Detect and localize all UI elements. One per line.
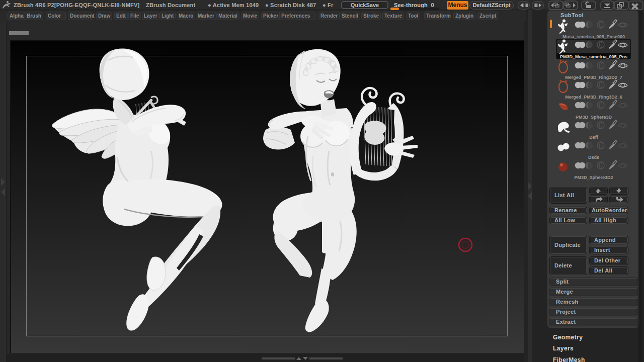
- svg-text:Musa_simetria_005_Pose000: Musa_simetria_005_Pose000: [562, 34, 625, 39]
- svg-text:Dsds: Dsds: [588, 155, 599, 160]
- svg-text:Merged_PM3D_Ring3D2_6: Merged_PM3D_Ring3D2_6: [565, 95, 622, 100]
- svg-text:Dsff: Dsff: [589, 135, 599, 140]
- svg-text:Merged_PM3D_Ring3D2_7: Merged_PM3D_Ring3D2_7: [565, 75, 622, 80]
- svg-text:PM3D_Sphere3D: PM3D_Sphere3D: [576, 115, 612, 120]
- svg-text:PM3D_Musa_simetria_005_Pos: PM3D_Musa_simetria_005_Pos: [560, 54, 627, 59]
- svg-text:PM3D_Sphere3D2: PM3D_Sphere3D2: [574, 175, 613, 180]
